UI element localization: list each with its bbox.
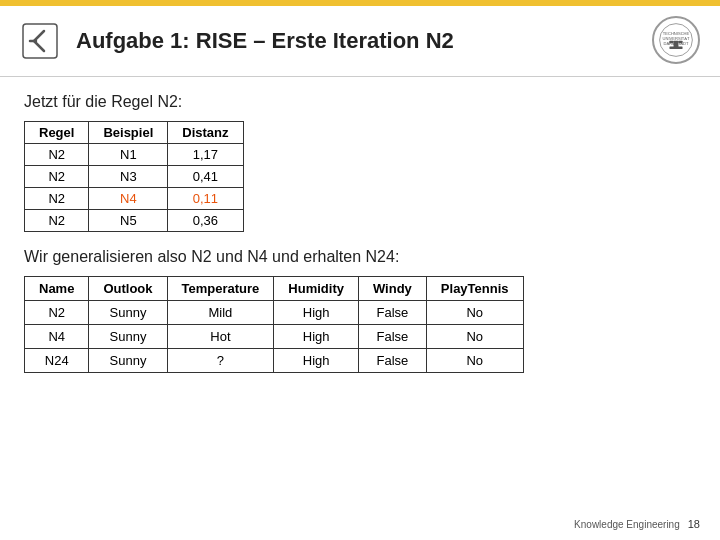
back-arrow-icon [20, 21, 60, 61]
footer: Knowledge Engineering 18 [574, 518, 700, 530]
table1-cell-beispiel: N3 [89, 166, 168, 188]
table2-header: Temperature [167, 277, 274, 301]
svg-rect-9 [678, 41, 682, 43]
table2-cell-windy: False [358, 301, 426, 325]
svg-rect-0 [23, 24, 57, 58]
table2-header: Outlook [89, 277, 167, 301]
table2-cell-playtennis: No [426, 349, 523, 373]
table2-header: PlayTennis [426, 277, 523, 301]
table2-cell-name: N24 [25, 349, 89, 373]
section2-title: Wir generalisieren also N2 und N4 und er… [24, 248, 696, 266]
table2-cell-humidity: High [274, 301, 359, 325]
table2-cell-humidity: High [274, 349, 359, 373]
table2-cell-outlook: Sunny [89, 301, 167, 325]
table2-cell-temperature: Hot [167, 325, 274, 349]
table-row: N4SunnyHotHighFalseNo [25, 325, 524, 349]
table2-header: Name [25, 277, 89, 301]
table1-cell-beispiel: N1 [89, 144, 168, 166]
table1-cell-distanz: 0,11 [168, 188, 243, 210]
table2-cell-playtennis: No [426, 325, 523, 349]
table2-header: Windy [358, 277, 426, 301]
table-row: N2SunnyMildHighFalseNo [25, 301, 524, 325]
page-title: Aufgabe 1: RISE – Erste Iteration N2 [76, 28, 652, 54]
svg-rect-8 [669, 41, 673, 43]
table1-cell-regel: N2 [25, 210, 89, 232]
table-row: N2N30,41 [25, 166, 244, 188]
table1-cell-distanz: 0,36 [168, 210, 243, 232]
footer-page: 18 [688, 518, 700, 530]
table-row: N2N50,36 [25, 210, 244, 232]
main-content: Jetzt für die Regel N2: Regel Beispiel D… [0, 77, 720, 389]
table2-cell-windy: False [358, 349, 426, 373]
table2-cell-name: N2 [25, 301, 89, 325]
table2-cell-name: N4 [25, 325, 89, 349]
table1-header-regel: Regel [25, 122, 89, 144]
table-row: N2N40,11 [25, 188, 244, 210]
table1-cell-regel: N2 [25, 188, 89, 210]
table1-header-beispiel: Beispiel [89, 122, 168, 144]
university-logo: TECHNISCHE UNIVERSITÄT DARMSTADT [652, 16, 700, 66]
table1-cell-regel: N2 [25, 166, 89, 188]
table2-cell-windy: False [358, 325, 426, 349]
table-row: N2N11,17 [25, 144, 244, 166]
table2-cell-humidity: High [274, 325, 359, 349]
table1-cell-distanz: 0,41 [168, 166, 243, 188]
table2-header: Humidity [274, 277, 359, 301]
table2: NameOutlookTemperatureHumidityWindyPlayT… [24, 276, 524, 373]
table1-cell-regel: N2 [25, 144, 89, 166]
table1-header-distanz: Distanz [168, 122, 243, 144]
table1-cell-beispiel: N5 [89, 210, 168, 232]
table2-cell-playtennis: No [426, 301, 523, 325]
table1-cell-distanz: 1,17 [168, 144, 243, 166]
header: Aufgabe 1: RISE – Erste Iteration N2 TEC… [0, 6, 720, 77]
svg-rect-7 [674, 41, 679, 48]
table2-cell-outlook: Sunny [89, 349, 167, 373]
table-row: N24Sunny?HighFalseNo [25, 349, 524, 373]
table1: Regel Beispiel Distanz N2N11,17N2N30,41N… [24, 121, 244, 232]
table1-cell-beispiel: N4 [89, 188, 168, 210]
footer-label: Knowledge Engineering [574, 519, 680, 530]
logo-circle: TECHNISCHE UNIVERSITÄT DARMSTADT [652, 16, 700, 64]
section1-title: Jetzt für die Regel N2: [24, 93, 696, 111]
table2-cell-outlook: Sunny [89, 325, 167, 349]
table2-cell-temperature: ? [167, 349, 274, 373]
table2-cell-temperature: Mild [167, 301, 274, 325]
